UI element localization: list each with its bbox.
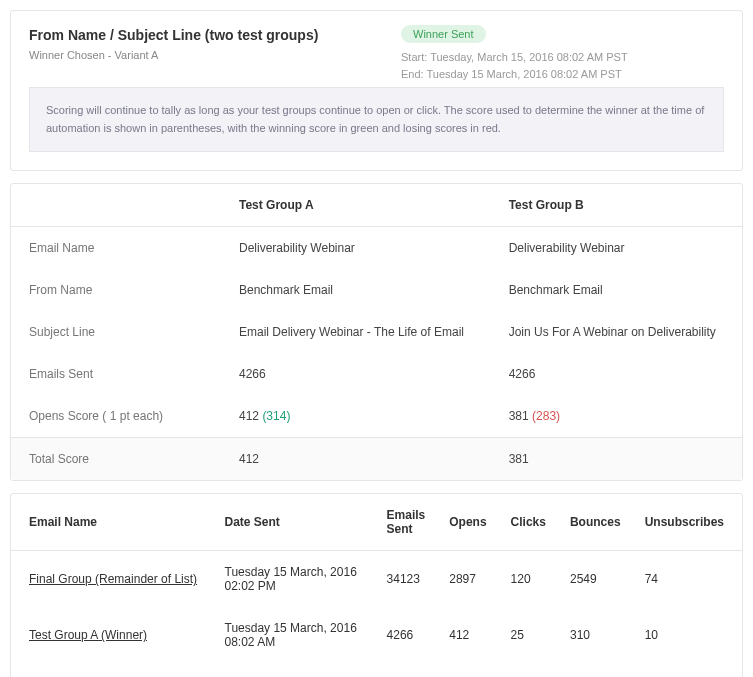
date-range: Start: Tuesday, March 15, 2016 08:02 AM … (401, 49, 724, 82)
cell-a-sent: 4266 (221, 353, 491, 395)
row-label-opens: Opens Score ( 1 pt each) (11, 395, 221, 438)
cell-date: Tuesday 15 March, 2016 08:02 AM (213, 663, 375, 677)
comparison-panel: Test Group A Test Group B Email Name Del… (10, 183, 743, 481)
start-date: Start: Tuesday, March 15, 2016 08:02 AM … (401, 49, 724, 66)
cell-opens: 412 (437, 607, 498, 663)
row-label-email-name: Email Name (11, 227, 221, 270)
group-a-header: Test Group A (221, 184, 491, 227)
results-table: Email Name Date Sent Emails Sent Opens C… (11, 494, 742, 677)
cell-a-subject: Email Delivery Webinar - The Life of Ema… (221, 311, 491, 353)
cell-opens: 381 (437, 663, 498, 677)
cell-a-opens: 412 (314) (221, 395, 491, 438)
cell-clicks: 25 (499, 607, 558, 663)
col-date-sent: Date Sent (213, 494, 375, 551)
cell-a-email-name: Deliverability Webinar (221, 227, 491, 270)
cell-unsub: 12 (633, 663, 742, 677)
cell-sent: 4266 (375, 663, 438, 677)
cell-sent: 34123 (375, 551, 438, 608)
cell-bounces: 338 (558, 663, 633, 677)
cell-b-opens: 381 (283) (491, 395, 742, 438)
opens-a-value: 412 (239, 409, 259, 423)
cell-sent: 4266 (375, 607, 438, 663)
results-panel: Email Name Date Sent Emails Sent Opens C… (10, 493, 743, 677)
cell-unsub: 74 (633, 551, 742, 608)
col-clicks: Clicks (499, 494, 558, 551)
cell-b-email-name: Deliverability Webinar (491, 227, 742, 270)
col-opens: Opens (437, 494, 498, 551)
summary-panel: From Name / Subject Line (two test group… (10, 10, 743, 171)
row-label-from-name: From Name (11, 269, 221, 311)
col-unsubscribes: Unsubscribes (633, 494, 742, 551)
table-row: Test Group A (Winner) Tuesday 15 March, … (11, 607, 742, 663)
table-row: Test Group B (Loser) Tuesday 15 March, 2… (11, 663, 742, 677)
total-a: 412 (221, 438, 491, 481)
email-link-group-a[interactable]: Test Group A (Winner) (29, 628, 147, 642)
cell-opens: 2897 (437, 551, 498, 608)
cell-b-sent: 4266 (491, 353, 742, 395)
end-date: End: Tuesday 15 March, 2016 08:02 AM PST (401, 66, 724, 83)
summary-header: From Name / Subject Line (two test group… (11, 11, 742, 79)
col-emails-sent: Emails Sent (375, 494, 438, 551)
total-b: 381 (491, 438, 742, 481)
comparison-table: Test Group A Test Group B Email Name Del… (11, 184, 742, 480)
scoring-info: Scoring will continue to tally as long a… (29, 87, 724, 152)
group-b-header: Test Group B (491, 184, 742, 227)
cell-bounces: 310 (558, 607, 633, 663)
cell-date: Tuesday 15 March, 2016 08:02 AM (213, 607, 375, 663)
cell-date: Tuesday 15 March, 2016 02:02 PM (213, 551, 375, 608)
cell-b-from-name: Benchmark Email (491, 269, 742, 311)
opens-a-paren: (314) (262, 409, 290, 423)
col-email-name: Email Name (11, 494, 213, 551)
cell-a-from-name: Benchmark Email (221, 269, 491, 311)
row-label-sent: Emails Sent (11, 353, 221, 395)
cell-bounces: 2549 (558, 551, 633, 608)
status-block: Winner Sent Start: Tuesday, March 15, 20… (401, 25, 724, 82)
table-row: Final Group (Remainder of List) Tuesday … (11, 551, 742, 608)
row-label-subject: Subject Line (11, 311, 221, 353)
winner-badge: Winner Sent (401, 25, 486, 43)
col-bounces: Bounces (558, 494, 633, 551)
cell-b-subject: Join Us For A Webinar on Deliverability (491, 311, 742, 353)
opens-b-value: 381 (509, 409, 529, 423)
compare-blank-header (11, 184, 221, 227)
row-label-total: Total Score (11, 438, 221, 481)
cell-clicks: 120 (499, 551, 558, 608)
cell-clicks: 13 (499, 663, 558, 677)
opens-b-paren: (283) (532, 409, 560, 423)
email-link-final[interactable]: Final Group (Remainder of List) (29, 572, 197, 586)
cell-unsub: 10 (633, 607, 742, 663)
